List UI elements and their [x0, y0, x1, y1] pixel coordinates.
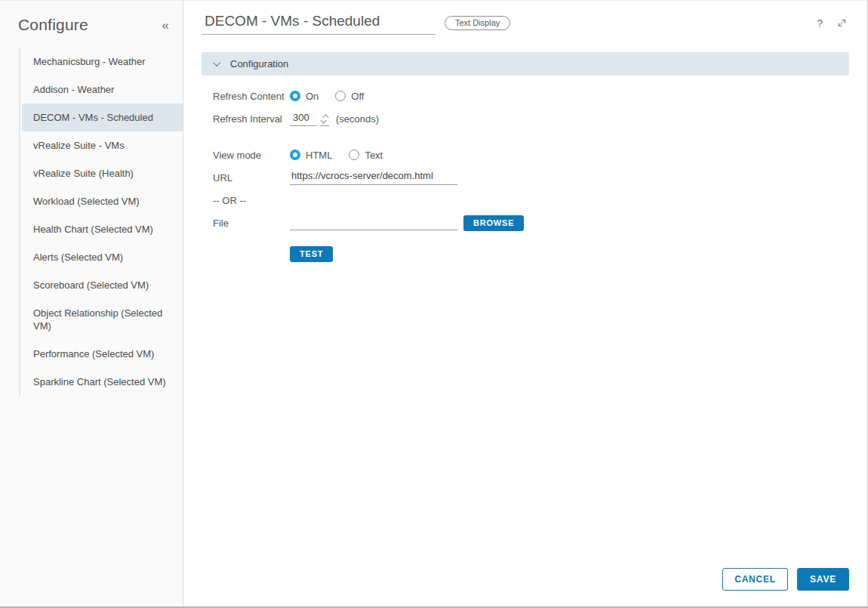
sidebar-item[interactable]: vRealize Suite (Health) [22, 159, 183, 187]
sidebar: Configure « Mechanicsburg - WeatherAddis… [0, 1, 183, 606]
refresh-content-label: Refresh Content [213, 91, 290, 102]
radio-icon [349, 150, 359, 160]
refresh-interval-row: Refresh Interval (seconds) [213, 110, 849, 127]
radio-label: On [306, 91, 319, 102]
test-row: TEST [290, 246, 849, 262]
sidebar-item[interactable]: Sparkline Chart (Selected VM) [22, 368, 183, 396]
view-mode-label: View mode [213, 150, 290, 161]
sidebar-item[interactable]: Addison - Weather [22, 76, 183, 103]
radio-label: HTML [306, 150, 332, 161]
help-icon[interactable]: ? [817, 17, 823, 29]
test-button[interactable]: TEST [290, 246, 333, 262]
sidebar-item[interactable]: Mechanicsburg - Weather [22, 48, 183, 76]
refresh-interval-field [290, 112, 329, 126]
cancel-button[interactable]: CANCEL [722, 568, 788, 591]
widget-title-input[interactable] [202, 11, 436, 35]
sidebar-item[interactable]: Workload (Selected VM) [22, 187, 183, 215]
file-input[interactable] [290, 215, 457, 230]
configuration-section-header[interactable]: Configuration [202, 52, 849, 76]
configuration-form: Refresh Content On Off Refresh Interval [213, 88, 849, 262]
sidebar-item[interactable]: Alerts (Selected VM) [22, 243, 183, 271]
sidebar-title: Configure [18, 16, 88, 34]
sidebar-item[interactable]: Scoreboard (Selected VM) [22, 271, 183, 299]
main-panel: Text Display ? Configuration Refresh Con… [183, 1, 867, 606]
number-stepper[interactable] [320, 114, 329, 126]
sidebar-item[interactable]: DECOM - VMs - Scheduled [22, 103, 183, 131]
chevron-down-icon [213, 59, 220, 66]
widget-config-panel: Configure « Mechanicsburg - WeatherAddis… [0, 0, 868, 608]
sidebar-item[interactable]: Object Relationship (Selected VM) [22, 299, 183, 340]
refresh-content-row: Refresh Content On Off [213, 88, 849, 104]
or-row: -- OR -- [213, 192, 849, 208]
sidebar-item[interactable]: vRealize Suite - VMs [22, 131, 183, 159]
radio-refresh-on[interactable]: On [290, 91, 319, 102]
radio-icon [290, 150, 300, 160]
url-row: URL [213, 169, 849, 186]
sidebar-header: Configure « [0, 1, 183, 34]
file-row: File BROWSE [213, 214, 849, 231]
widget-type-badge: Text Display [445, 16, 510, 30]
view-mode-row: View mode HTML Text [213, 147, 849, 163]
sidebar-item[interactable]: Health Chart (Selected VM) [22, 215, 183, 243]
save-button[interactable]: SAVE [797, 568, 849, 591]
refresh-interval-input[interactable] [290, 112, 317, 126]
configuration-section-label: Configuration [230, 58, 288, 69]
radio-view-html[interactable]: HTML [290, 150, 332, 161]
radio-refresh-off[interactable]: Off [335, 91, 364, 102]
expand-icon[interactable] [836, 17, 848, 29]
radio-icon [335, 91, 346, 101]
sidebar-item[interactable]: Performance (Selected VM) [22, 340, 183, 368]
sidebar-list: Mechanicsburg - WeatherAddison - Weather… [19, 48, 183, 396]
or-text: -- OR -- [213, 195, 246, 206]
refresh-interval-label: Refresh Interval [213, 113, 290, 125]
file-label: File [213, 218, 290, 229]
browse-button[interactable]: BROWSE [463, 215, 524, 231]
url-label: URL [213, 172, 290, 184]
footer-actions: CANCEL SAVE [722, 568, 849, 591]
url-input[interactable] [290, 170, 457, 185]
radio-view-text[interactable]: Text [349, 150, 383, 161]
radio-label: Text [365, 150, 383, 161]
collapse-sidebar-icon[interactable]: « [162, 19, 169, 32]
radio-icon [290, 91, 300, 101]
title-row: Text Display ? [202, 11, 849, 35]
seconds-suffix: (seconds) [336, 113, 379, 125]
radio-label: Off [351, 91, 364, 102]
